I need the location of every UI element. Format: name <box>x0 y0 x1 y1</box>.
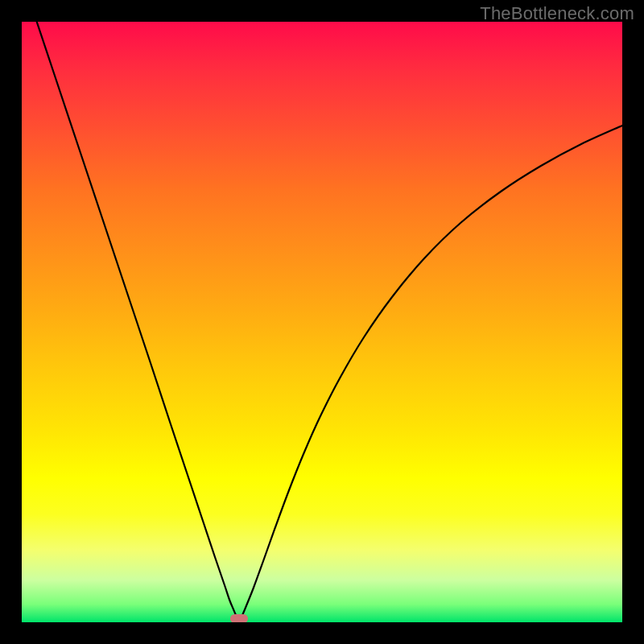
bottleneck-curve <box>35 22 622 621</box>
watermark-text: TheBottleneck.com <box>480 3 634 24</box>
plot-area <box>22 22 622 622</box>
curve-layer <box>22 22 622 622</box>
optimal-marker <box>230 614 248 623</box>
chart-frame: TheBottleneck.com <box>0 0 644 644</box>
